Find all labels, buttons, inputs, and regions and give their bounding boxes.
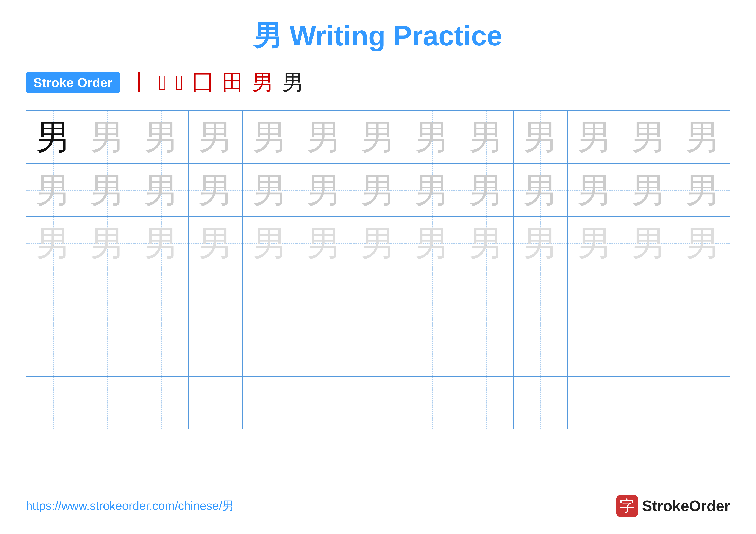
grid-cell[interactable] — [405, 376, 459, 429]
grid-cell[interactable] — [297, 376, 351, 429]
grid-cell[interactable] — [622, 376, 676, 429]
grid-cell: 男 — [514, 164, 568, 216]
grid-cell: 男 — [243, 164, 297, 216]
grid-cell: 男 — [622, 217, 676, 270]
stroke-3: 𠃊 — [175, 70, 183, 95]
grid-cell[interactable] — [243, 376, 297, 429]
grid-cell[interactable] — [80, 323, 134, 376]
grid-cell[interactable] — [405, 323, 459, 376]
grid-cell: 男 — [80, 164, 134, 216]
stroke-4: 囗 — [192, 68, 213, 97]
grid-cell: 男 — [405, 164, 459, 216]
grid-row-1: 男 男 男 男 男 男 男 男 男 男 男 男 男 — [26, 111, 730, 164]
grid-cell: 男 — [243, 217, 297, 270]
grid-cell: 男 — [514, 217, 568, 270]
grid-cell[interactable] — [189, 270, 243, 323]
grid-cell: 男 — [459, 164, 514, 216]
grid-cell[interactable] — [26, 376, 80, 429]
page-title: 男 Writing Practice — [254, 17, 502, 55]
grid-cell[interactable] — [243, 270, 297, 323]
grid-cell: 男 — [297, 111, 351, 163]
grid-cell[interactable] — [405, 270, 459, 323]
grid-cell[interactable] — [622, 270, 676, 323]
footer-url: https://www.strokeorder.com/chinese/男 — [26, 498, 234, 514]
grid-cell: 男 — [26, 217, 80, 270]
grid-cell: 男 — [243, 111, 297, 163]
grid-cell: 男 — [351, 217, 405, 270]
grid-cell[interactable] — [568, 270, 622, 323]
grid-cell: 男 — [676, 164, 730, 216]
grid-cell[interactable] — [568, 323, 622, 376]
grid-cell: 男 — [459, 217, 514, 270]
grid-cell[interactable] — [189, 323, 243, 376]
grid-cell[interactable] — [676, 376, 730, 429]
grid-cell: 男 — [189, 164, 243, 216]
grid-cell: 男 — [568, 217, 622, 270]
page-container: 男 Writing Practice Stroke Order 丨 𠃍 𠃊 囗 … — [0, 0, 756, 534]
stroke-2: 𠃍 — [159, 70, 167, 95]
grid-cell: 男 — [134, 217, 189, 270]
grid-cell[interactable] — [676, 323, 730, 376]
stroke-order-row: Stroke Order 丨 𠃍 𠃊 囗 田 男 男 — [26, 68, 730, 97]
grid-cell: 男 — [568, 164, 622, 216]
grid-cell: 男 — [26, 164, 80, 216]
footer: https://www.strokeorder.com/chinese/男 字 … — [26, 495, 730, 517]
grid-cell[interactable] — [134, 270, 189, 323]
grid-row-3: 男 男 男 男 男 男 男 男 男 男 男 男 男 — [26, 217, 730, 270]
grid-cell[interactable] — [189, 376, 243, 429]
grid-row-5 — [26, 323, 730, 376]
grid-cell[interactable] — [134, 376, 189, 429]
grid-cell: 男 — [297, 164, 351, 216]
grid-cell[interactable] — [514, 270, 568, 323]
grid-cell: 男 — [622, 111, 676, 163]
logo-text: StrokeOrder — [642, 497, 730, 515]
grid-cell: 男 — [514, 111, 568, 163]
grid-cell: 男 — [459, 111, 514, 163]
grid-cell: 男 — [297, 217, 351, 270]
grid-cell[interactable] — [297, 270, 351, 323]
grid-cell: 男 — [134, 111, 189, 163]
grid-cell[interactable] — [297, 323, 351, 376]
grid-row-2: 男 男 男 男 男 男 男 男 男 男 男 男 男 — [26, 164, 730, 217]
grid-cell[interactable] — [459, 270, 514, 323]
grid-cell[interactable] — [351, 323, 405, 376]
grid-cell[interactable] — [243, 323, 297, 376]
footer-logo: 字 StrokeOrder — [616, 495, 730, 517]
grid-cell: 男 — [189, 217, 243, 270]
grid-cell[interactable] — [514, 376, 568, 429]
stroke-1: 丨 — [129, 68, 150, 97]
grid-cell: 男 — [189, 111, 243, 163]
grid-cell: 男 — [26, 111, 80, 163]
grid-cell: 男 — [405, 111, 459, 163]
grid-cell[interactable] — [351, 270, 405, 323]
stroke-5: 田 — [222, 68, 244, 97]
stroke-order-badge: Stroke Order — [26, 72, 120, 93]
grid-cell: 男 — [622, 164, 676, 216]
grid-cell[interactable] — [568, 376, 622, 429]
grid-cell[interactable] — [26, 323, 80, 376]
grid-cell[interactable] — [459, 376, 514, 429]
grid-cell[interactable] — [459, 323, 514, 376]
grid-cell: 男 — [405, 217, 459, 270]
grid-cell[interactable] — [80, 270, 134, 323]
practice-grid: 男 男 男 男 男 男 男 男 男 男 男 男 男 男 男 男 男 男 男 男 … — [26, 110, 730, 482]
grid-cell: 男 — [134, 164, 189, 216]
grid-cell: 男 — [351, 164, 405, 216]
stroke-6: 男 — [252, 68, 274, 97]
grid-row-4 — [26, 270, 730, 323]
grid-cell[interactable] — [26, 270, 80, 323]
grid-cell: 男 — [676, 217, 730, 270]
grid-cell: 男 — [568, 111, 622, 163]
grid-cell[interactable] — [351, 376, 405, 429]
stroke-sequence: 丨 𠃍 𠃊 囗 田 男 男 — [129, 68, 304, 97]
grid-cell[interactable] — [80, 376, 134, 429]
grid-cell[interactable] — [514, 323, 568, 376]
grid-cell[interactable] — [622, 323, 676, 376]
stroke-7: 男 — [282, 68, 304, 97]
grid-row-6 — [26, 376, 730, 429]
grid-cell[interactable] — [676, 270, 730, 323]
grid-cell: 男 — [80, 217, 134, 270]
logo-icon: 字 — [616, 495, 638, 517]
grid-cell: 男 — [676, 111, 730, 163]
grid-cell[interactable] — [134, 323, 189, 376]
